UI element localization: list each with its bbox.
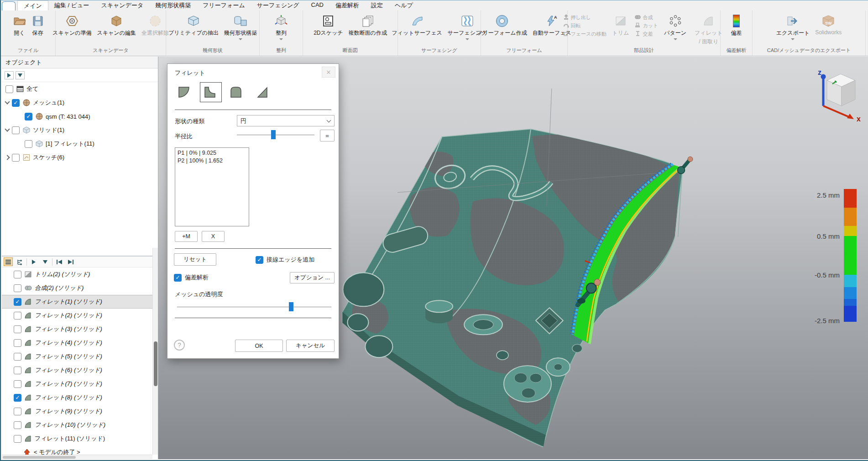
vertical-scrollbar[interactable] <box>152 248 158 455</box>
trim-button[interactable]: トリム <box>610 13 632 38</box>
tree-row-sketch-group[interactable]: スケッチ(6) <box>2 151 158 164</box>
checkbox[interactable] <box>14 408 21 415</box>
menu-tab-scandata[interactable]: スキャンデータ <box>95 0 149 10</box>
tree-row-mesh-item[interactable]: qsm (T: 431 044) <box>2 110 158 123</box>
surfacing-dropdown-caret[interactable] <box>465 38 469 40</box>
build-geometry-dropdown-caret[interactable] <box>239 38 242 40</box>
tree-row-solid-item[interactable]: [1] フィレット(11) <box>2 137 158 151</box>
checkbox[interactable] <box>14 435 21 443</box>
expander-down-icon[interactable] <box>5 126 10 131</box>
menu-tab-help[interactable]: ヘルプ <box>389 0 419 10</box>
cut-button[interactable]: カット <box>635 22 658 29</box>
build-geometry-button[interactable]: 幾何形状構築 <box>222 13 259 41</box>
history-row-fillet7[interactable]: フィレット(7) (ソリッド) <box>2 377 158 391</box>
slider-track[interactable] <box>177 306 331 308</box>
shape-type-select[interactable]: 円 <box>237 115 335 126</box>
menu-tab-deviation[interactable]: 偏差解析 <box>329 0 365 10</box>
tangent-edges-checkbox[interactable] <box>256 256 263 264</box>
fillet-type-chamfer-button[interactable] <box>252 82 274 102</box>
deviation-analysis-checkbox[interactable] <box>174 274 182 282</box>
horizontal-scrollbar[interactable] <box>2 455 152 459</box>
checkbox[interactable] <box>14 367 21 374</box>
sketch-2d-button[interactable]: 2Dスケッチ <box>311 13 345 38</box>
menu-tab-settings[interactable]: 設定 <box>365 0 389 10</box>
export-button[interactable]: エクスポート <box>774 13 812 41</box>
deviation-button[interactable]: 偏差 <box>729 13 744 38</box>
deviation-analysis-row[interactable]: 偏差解析 <box>174 273 209 282</box>
history-filter-button[interactable] <box>41 257 50 266</box>
menu-tab-freeform[interactable]: フリーフォーム <box>197 0 251 10</box>
menu-tab-edit-view[interactable]: 編集 / ビュー <box>48 0 95 10</box>
history-first-button[interactable] <box>55 257 64 266</box>
checkbox[interactable] <box>14 380 21 388</box>
sketch-group-checkbox[interactable] <box>12 154 20 162</box>
tree-row-mesh-group[interactable]: メッシュ(1) <box>2 96 158 110</box>
history-row-fillet2[interactable]: フィレット(2) (ソリッド) <box>2 309 158 322</box>
history-row-fillet4[interactable]: フィレット(4) (ソリッド) <box>2 336 158 350</box>
merge-button[interactable]: 合成 <box>635 14 658 21</box>
fillet-handle-top[interactable] <box>678 157 693 173</box>
pattern-dropdown-caret[interactable] <box>674 38 677 40</box>
checkbox[interactable] <box>14 298 21 306</box>
extract-primitive-button[interactable]: プリミティブの抽出 <box>166 13 221 38</box>
checkbox[interactable] <box>14 271 21 278</box>
tree-row-all[interactable]: 全て <box>2 82 158 96</box>
radius-points-list[interactable]: P1 | 0% | 9.025 P2 | 100% | 1.652 <box>175 147 249 226</box>
history-row-fillet9[interactable]: フィレット(9) (ソリッド) <box>2 404 158 418</box>
history-play-button[interactable] <box>29 257 38 266</box>
scan-prep-button[interactable]: スキャンの準備 <box>50 13 94 38</box>
reset-button[interactable]: リセット <box>174 253 216 266</box>
help-icon[interactable]: ? <box>174 340 185 351</box>
scan-edit-button[interactable]: スキャンの編集 <box>95 13 138 38</box>
all-checkbox[interactable] <box>5 85 13 93</box>
model-mesh-part[interactable] <box>342 129 682 447</box>
menu-tab-cad[interactable]: CAD <box>305 0 329 10</box>
scrollbar-thumb[interactable] <box>3 456 76 459</box>
multi-section-button[interactable]: 複数断面の作成 <box>346 13 389 38</box>
fillet-type-face-button[interactable] <box>226 82 248 102</box>
mesh-group-checkbox[interactable] <box>12 99 20 107</box>
export-dropdown-caret[interactable] <box>791 38 795 40</box>
filter-play-button[interactable] <box>5 71 14 79</box>
ok-button[interactable]: OK <box>235 340 283 352</box>
solid-item-checkbox[interactable] <box>25 140 32 148</box>
move-face-button[interactable]: フェースの移動 <box>563 31 607 37</box>
checkbox[interactable] <box>14 421 21 429</box>
viewport-3d[interactable]: z x 2.5 mm 0.5 mm -0.5 mm -2.5 mm フィレット … <box>158 57 868 459</box>
checkbox[interactable] <box>14 394 21 402</box>
cancel-button[interactable]: キャンセル <box>286 340 335 352</box>
app-icon[interactable] <box>2 1 16 10</box>
tree-row-solid-group[interactable]: ソリッド(1) <box>2 123 158 137</box>
radius-point-row[interactable]: P2 | 100% | 1.652 <box>178 157 246 165</box>
filter-dropdown-button[interactable] <box>16 71 25 79</box>
checkbox[interactable] <box>14 284 21 292</box>
align-dropdown-caret[interactable] <box>279 38 283 40</box>
options-button[interactable]: オプション ... <box>290 272 335 283</box>
history-row-fillet8[interactable]: フィレット(8) (ソリッド) <box>2 391 158 404</box>
menu-tab-surfacing[interactable]: サーフェシング <box>251 0 305 10</box>
scrollbar-thumb[interactable] <box>154 341 157 386</box>
menu-tab-main[interactable]: メイン <box>17 0 48 10</box>
expander-right-icon[interactable] <box>5 155 10 160</box>
history-row-fillet1[interactable]: フィレット(1) (ソリッド) <box>2 295 158 309</box>
align-button[interactable]: 整列 <box>272 13 290 41</box>
history-list-view-button[interactable] <box>4 257 13 266</box>
radius-ratio-slider[interactable] <box>237 130 314 139</box>
equal-radius-button[interactable]: = <box>320 130 335 141</box>
history-tree-view-button[interactable] <box>15 257 24 266</box>
tangent-edges-row[interactable]: 接線エッジを追加 <box>256 256 314 264</box>
checkbox[interactable] <box>14 339 21 347</box>
mesh-item-checkbox[interactable] <box>25 113 32 120</box>
expander-down-icon[interactable] <box>5 99 10 104</box>
radius-point-row[interactable]: P1 | 0% | 9.025 <box>178 149 246 157</box>
history-row-merge2[interactable]: 合成(2) (ソリッド) <box>2 281 158 295</box>
mesh-transparency-slider[interactable] <box>177 302 331 311</box>
slider-handle[interactable] <box>271 130 276 139</box>
checkbox[interactable] <box>14 353 21 361</box>
history-row-fillet5[interactable]: フィレット(5) (ソリッド) <box>2 350 158 363</box>
delete-point-button[interactable]: X <box>202 231 225 242</box>
close-icon[interactable]: ✕ <box>322 67 335 78</box>
revolve-button[interactable]: 回転 <box>563 22 607 29</box>
solidworks-button[interactable]: SW Solidworks <box>813 13 844 37</box>
fillet-type-constant-button[interactable] <box>174 82 196 102</box>
